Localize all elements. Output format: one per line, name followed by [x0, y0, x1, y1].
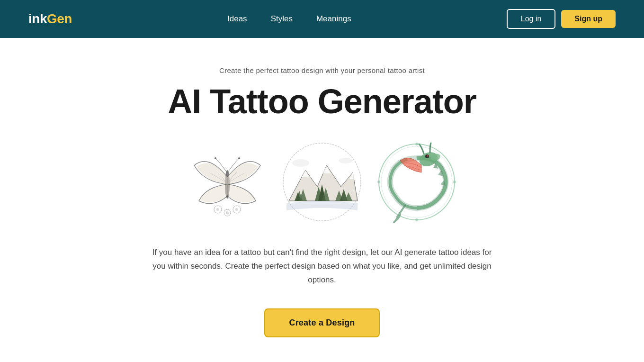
svg-point-6	[226, 211, 229, 214]
svg-point-27	[415, 143, 418, 145]
svg-point-19	[292, 159, 309, 167]
svg-point-30	[453, 181, 456, 183]
tattoo-dragon	[374, 139, 459, 225]
nav-meanings[interactable]: Meanings	[316, 14, 351, 24]
nav-styles[interactable]: Styles	[271, 14, 293, 24]
svg-point-1	[215, 157, 216, 159]
tattoo-images	[185, 139, 459, 225]
svg-point-8	[235, 208, 238, 211]
logo-text: inkGen	[28, 11, 72, 27]
logo: inkGen	[28, 11, 72, 27]
svg-point-2	[238, 157, 240, 159]
svg-point-28	[415, 218, 418, 221]
navbar: inkGen Ideas Styles Meanings Log in Sign…	[0, 0, 644, 38]
svg-point-29	[377, 181, 380, 183]
hero-title: AI Tattoo Generator	[168, 83, 476, 120]
tattoo-forest	[279, 139, 365, 225]
svg-point-20	[339, 158, 353, 163]
hero-subtitle: Create the perfect tattoo design with yo…	[219, 66, 425, 74]
nav-ideas[interactable]: Ideas	[227, 14, 247, 24]
main-content: Create the perfect tattoo design with yo…	[0, 38, 644, 356]
create-design-button[interactable]: Create a Design	[264, 308, 379, 337]
tattoo-butterfly	[185, 139, 270, 225]
hero-description: If you have an idea for a tattoo but can…	[152, 246, 492, 287]
svg-point-4	[216, 208, 219, 211]
signup-button[interactable]: Sign up	[561, 10, 616, 28]
svg-point-26	[427, 155, 429, 157]
nav-links: Ideas Styles Meanings	[227, 14, 351, 24]
navbar-actions: Log in Sign up	[507, 9, 616, 29]
logo-ink: ink	[28, 11, 47, 26]
login-button[interactable]: Log in	[507, 9, 556, 29]
logo-gen: Gen	[47, 11, 72, 26]
